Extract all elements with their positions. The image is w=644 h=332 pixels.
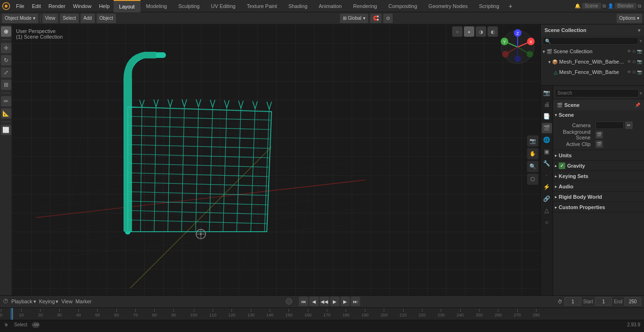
eye-icon[interactable]: 👁 [627,49,631,54]
props-search-input[interactable] [555,89,639,97]
record-button[interactable] [286,298,292,305]
tab-sculpting[interactable]: Sculpting [173,0,205,12]
play-btn[interactable]: ▶ [330,297,339,306]
scene-section-header[interactable]: ▾ Scene [553,110,644,120]
outliner-item-1[interactable]: △ Mesh_Fence_With_Barbe 👁 ⊙ 📷 [541,67,644,77]
menu-edit[interactable]: Edit [28,0,45,12]
proportional-edit[interactable]: ⊙ [383,14,393,23]
background-scene-icon-btn[interactable]: 🎬 [595,131,603,138]
hide2-icon[interactable]: 👁 [627,70,631,74]
viewport-shading-solid[interactable]: ● [464,26,474,37]
viewport-shading-render[interactable]: ◐ [487,26,498,37]
cursor-tool[interactable]: ⊕ [1,26,11,37]
tab-compositing[interactable]: Compositing [383,0,423,12]
outliner-options[interactable]: ▾ [640,39,642,43]
viewport[interactable]: User Perspective (1) Scene Collection [12,24,540,295]
gravity-checkbox[interactable]: ✓ [559,162,565,169]
transform-global[interactable]: ⊞ Global ▾ [340,14,368,23]
units-section-header[interactable]: ▸ Units [553,151,644,160]
props-data-icon[interactable]: △ [542,205,552,216]
rigid-body-world-header[interactable]: ▸ Rigid Body World [553,192,644,202]
frame-end-input[interactable]: 250 [624,297,641,306]
outliner-scene-collection[interactable]: ▾ 🎬 Scene Collection 👁 ⊙ 📷 [541,46,644,57]
props-filter-icon[interactable]: ▾ [640,91,642,96]
menu-file[interactable]: File [12,0,28,12]
tab-rendering[interactable]: Rendering [347,0,383,12]
keying-menu[interactable]: Keying ▾ [39,299,59,305]
rotate-tool[interactable]: ↻ [1,55,11,65]
outliner-item-0[interactable]: ▾ 📦 Mesh_Fence_With_Barber_Wi 👁 ⊙ 📷 [541,57,644,67]
add-menu[interactable]: Add [81,14,95,23]
snap-toggle[interactable]: 🧲 [370,14,381,23]
mode-selector[interactable]: Object Mode ▾ [2,14,38,23]
prev-frame-btn[interactable]: ◀ [309,297,319,306]
props-modifiers-icon[interactable]: 🔧 [542,158,552,169]
keying-sets-header[interactable]: ▸ Keying Sets [553,171,644,181]
hand-btn[interactable]: ✋ [527,148,538,159]
annotate-tool[interactable]: ✏ [1,96,11,106]
add-cube-tool[interactable]: ⬜ [1,125,11,135]
active-clip-icon-btn[interactable]: 🎬 [595,140,603,148]
move-tool[interactable]: ✛ [1,43,11,53]
props-output-icon[interactable]: 🖨 [542,99,552,110]
camera-input[interactable] [595,121,624,129]
gravity-section-header[interactable]: ▸ ✓ Gravity [553,161,644,170]
tab-animation[interactable]: Animation [313,0,347,12]
tab-layout[interactable]: Layout [114,0,140,12]
timeline-ruler[interactable]: 0102030405060708090100110120130140150160… [0,308,644,320]
custom-properties-header[interactable]: ▸ Custom Properties [553,202,644,212]
local-view-btn[interactable]: ⬡ [527,173,538,185]
props-particles-icon[interactable]: · [542,170,552,180]
tab-modeling[interactable]: Modeling [140,0,173,12]
scale-tool[interactable]: ⤢ [1,67,11,78]
audio-section-header[interactable]: ▸ Audio [553,182,644,191]
select-menu[interactable]: Select [60,14,79,23]
outliner-filter[interactable]: ▾ [638,28,640,33]
viewport-shading-wireframe[interactable]: ○ [452,26,462,37]
object-menu[interactable]: Object [97,14,116,23]
add-workspace-button[interactable]: + [505,2,516,10]
tab-geometry-nodes[interactable]: Geometry Nodes [423,0,473,12]
camera-view-btn[interactable]: 📷 [527,135,538,146]
transform-tool[interactable]: ⊞ [1,80,11,90]
outliner-search[interactable] [543,37,638,45]
props-object-icon[interactable]: ▣ [542,146,552,157]
tab-scripting[interactable]: Scripting [473,0,505,12]
marker-menu[interactable]: Marker [75,299,91,304]
render-icon[interactable]: 📷 [637,49,642,54]
fps-toggle[interactable]: ⏱ [558,299,562,304]
tab-uv-editing[interactable]: UV Editing [205,0,241,12]
render2-icon[interactable]: 📷 [637,70,642,74]
current-frame-input[interactable]: 1 [564,297,581,306]
viewport-shading-material[interactable]: ◑ [476,26,486,37]
hide-icon[interactable]: 👁 [627,59,631,64]
play-reverse-btn[interactable]: ◀◀ [320,297,329,306]
view-menu[interactable]: View [42,14,58,23]
props-constraints-icon[interactable]: 🔗 [542,194,552,204]
menu-help[interactable]: Help [95,0,114,12]
restrict-icon[interactable]: ⊙ [632,49,636,54]
tab-shading[interactable]: Shading [283,0,313,12]
camera-pick-btn[interactable]: ✏ [625,121,633,129]
props-physics-icon[interactable]: ⚡ [542,182,552,192]
axes-gizmo[interactable]: Z X Y [499,28,537,66]
timeline-view-menu[interactable]: View [61,299,73,304]
props-scene-icon[interactable]: 🎬 [542,123,552,133]
props-view-layer-icon[interactable]: 📑 [542,111,552,121]
jump-to-start-btn[interactable]: ⏮ [299,297,308,306]
menu-render[interactable]: Render [45,0,69,12]
next-frame-btn[interactable]: ▶ [340,297,350,306]
select-icon[interactable]: ⊙ [632,59,636,64]
jump-to-end-btn[interactable]: ⏭ [351,297,360,306]
select2-icon[interactable]: ⊙ [632,70,636,74]
playback-menu[interactable]: Playback ▾ [11,299,36,305]
options-btn[interactable]: Options ▾ [617,14,642,23]
scene-header-pin[interactable]: 📌 [635,103,640,107]
zoom-btn[interactable]: 🔍 [527,161,538,172]
props-render-icon[interactable]: 📷 [542,88,552,98]
frame-start-input[interactable]: 1 [595,297,612,306]
menu-window[interactable]: Window [69,0,95,12]
props-material-icon[interactable]: ○ [542,217,552,227]
render-vis-icon[interactable]: 📷 [637,59,642,64]
measure-tool[interactable]: 📐 [1,108,11,119]
